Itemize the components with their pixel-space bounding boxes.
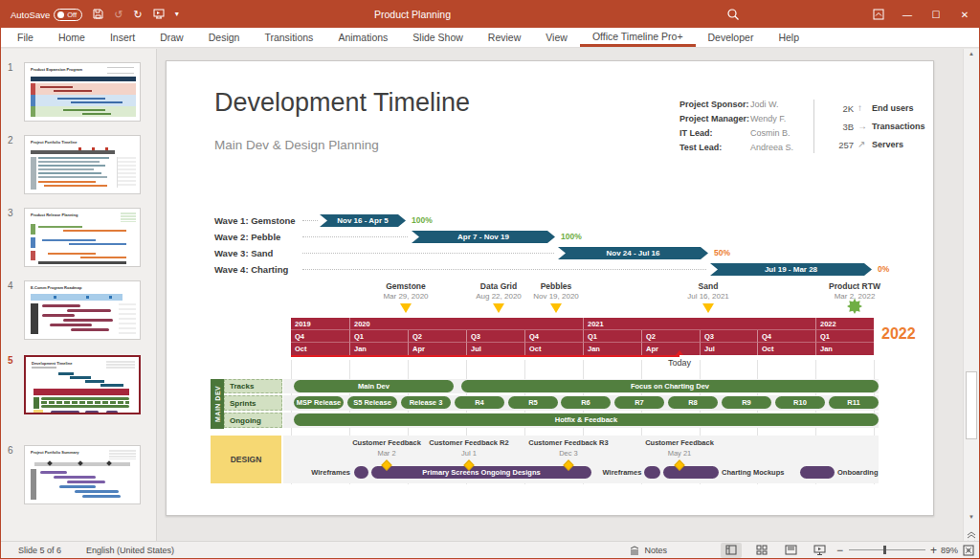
scroll-up-icon[interactable]: ▲ [964, 51, 979, 56]
autosave-control[interactable]: AutoSave Off [11, 9, 82, 21]
design-milestone-name[interactable]: Customer Feedback [339, 438, 434, 447]
wave-percent[interactable]: 100% [561, 231, 582, 243]
slide-thumbnail-6[interactable]: Project Portfolio Summary [24, 445, 141, 504]
wave-label[interactable]: Wave 1: Gemstone [214, 214, 296, 227]
design-bar[interactable] [644, 466, 660, 479]
sprint-bar[interactable]: R9 [722, 396, 771, 409]
design-milestone-name[interactable]: Customer Feedback R2 [421, 438, 517, 447]
zoom-slider-thumb[interactable] [883, 546, 886, 554]
sprint-bar[interactable]: R7 [614, 396, 664, 409]
close-button[interactable]: ✕ [950, 1, 979, 28]
save-icon[interactable] [93, 9, 103, 21]
milestone-name[interactable]: Product RTW [802, 281, 907, 291]
notes-button[interactable]: Notes [629, 546, 667, 555]
wave-bar-gemstone[interactable]: Nov 16 - Apr 5 [320, 214, 406, 227]
wave-bar-charting[interactable]: Jul 19 - Mar 28 [710, 263, 872, 276]
sprint-bar[interactable]: R6 [561, 396, 611, 409]
slide-title[interactable]: Development Timeline [214, 88, 470, 118]
minimize-button[interactable]: — [893, 1, 922, 28]
sprint-bar[interactable]: MSP Release [294, 396, 344, 409]
design-bar[interactable]: Primary Screens Ongoing Designs [371, 466, 591, 479]
track-bar[interactable]: Main Dev [294, 380, 454, 392]
tab-view[interactable]: View [533, 28, 580, 47]
undo-icon[interactable]: ↺ [114, 10, 122, 20]
wave-label[interactable]: Wave 4: Charting [214, 263, 288, 276]
design-milestone-name[interactable]: Customer Feedback R3 [521, 438, 616, 447]
design-bar-label[interactable]: Onboarding [837, 466, 879, 479]
scroll-down-icon[interactable]: ▼ [964, 514, 979, 520]
fit-slide-to-window-icon[interactable] [961, 543, 976, 558]
autosave-toggle[interactable]: Off [54, 9, 82, 21]
tab-animations[interactable]: Animations [325, 28, 400, 47]
scrollbar-thumb[interactable] [966, 371, 977, 439]
redo-icon[interactable]: ↻ [133, 10, 142, 20]
ongoing-bar[interactable]: Hotfix & Feedback [294, 414, 879, 426]
milestone-name[interactable]: Gemstone [353, 281, 458, 291]
normal-view-button[interactable] [721, 543, 742, 558]
tab-help[interactable]: Help [766, 28, 812, 47]
sprint-bar[interactable]: R5 [508, 396, 558, 409]
slide-thumbnail-1[interactable]: Product Expansion Program [24, 62, 141, 122]
slide-thumbnail-4[interactable]: E-Comm Program Roadmap [24, 280, 141, 340]
design-bar-label[interactable]: Charting Mockups [722, 466, 784, 479]
slide-canvas[interactable]: Development Timeline Main Dev & Design P… [166, 60, 934, 516]
slide-sorter-view-button[interactable] [753, 543, 770, 558]
milestone-marker-icon[interactable] [493, 303, 504, 313]
wave-percent[interactable]: 100% [412, 214, 433, 227]
zoom-level[interactable]: 89% [941, 546, 958, 555]
tab-home[interactable]: Home [46, 28, 98, 47]
tab-design[interactable]: Design [196, 28, 253, 47]
sprint-bar[interactable]: R10 [775, 396, 825, 409]
tab-review[interactable]: Review [476, 28, 533, 47]
slide-thumbnail-3[interactable]: Product Release Planning [24, 208, 141, 267]
tab-slide-show[interactable]: Slide Show [400, 28, 476, 47]
start-slideshow-icon[interactable] [153, 9, 165, 21]
design-group-label[interactable]: DESIGN [211, 436, 281, 483]
wave-percent[interactable]: 50% [714, 247, 730, 259]
milestone-name[interactable]: Sand [656, 281, 761, 291]
sprint-bar[interactable]: Release 3 [401, 396, 451, 409]
slideshow-view-button[interactable] [811, 543, 828, 558]
track-bar[interactable]: Focus on Charting Dev [461, 380, 879, 392]
wave-bar-pebble[interactable]: Apr 7 - Nov 19 [412, 231, 555, 243]
vertical-scrollbar[interactable]: ▲ ▼ [963, 49, 979, 541]
slide-thumbnail-5-selected[interactable]: Development Timeline [24, 355, 141, 414]
language-indicator[interactable]: English (United States) [86, 546, 174, 555]
today-marker-icon[interactable] [676, 350, 683, 355]
design-bar[interactable] [663, 466, 719, 479]
zoom-out-icon[interactable]: − [836, 544, 843, 557]
design-bar[interactable] [800, 466, 835, 479]
sprint-bar[interactable]: R11 [829, 396, 879, 409]
tab-insert[interactable]: Insert [98, 28, 147, 47]
tab-file[interactable]: File [5, 28, 46, 47]
milestone-marker-icon[interactable] [702, 303, 714, 313]
ribbon-display-options-icon[interactable] [864, 1, 893, 28]
slide-thumbnail-2[interactable]: Project Portfolio Timeline [24, 135, 141, 194]
design-bar-label[interactable]: Wireframes [602, 466, 642, 479]
zoom-in-icon[interactable]: + [930, 544, 937, 557]
reading-view-button[interactable] [782, 543, 799, 558]
row-label-tracks[interactable]: Tracks [224, 379, 282, 393]
tab-draw[interactable]: Draw [147, 28, 196, 47]
milestone-marker-icon[interactable] [400, 303, 412, 313]
wave-percent[interactable]: 0% [878, 263, 889, 276]
main-dev-group-label[interactable]: MAIN DEV [211, 379, 224, 429]
year-callout[interactable]: 2022 [881, 325, 916, 343]
milestone-name[interactable]: Pebbles [503, 281, 609, 291]
customize-qat-icon[interactable]: ▾ [175, 11, 179, 18]
wave-bar-sand[interactable]: Nov 24 - Jul 16 [558, 247, 708, 259]
design-bar-label[interactable]: Wireframes [283, 466, 350, 479]
sprint-bar[interactable]: R4 [455, 396, 504, 409]
product-rtw-burst-icon[interactable] [847, 299, 862, 318]
tab-transitions[interactable]: Transitions [252, 28, 325, 47]
slide-subtitle[interactable]: Main Dev & Design Planning [214, 138, 379, 152]
sprint-bar[interactable]: S5 Release [347, 396, 397, 409]
tab-developer[interactable]: Developer [696, 28, 767, 47]
design-milestone-name[interactable]: Customer Feedback [632, 438, 727, 447]
row-label-sprints[interactable]: Sprints [224, 395, 282, 411]
milestone-marker-icon[interactable] [550, 303, 562, 313]
row-label-ongoing[interactable]: Ongoing [224, 413, 282, 428]
sprint-bar[interactable]: R8 [668, 396, 718, 409]
search-icon[interactable] [726, 8, 740, 25]
maximize-button[interactable]: ☐ [922, 1, 950, 28]
